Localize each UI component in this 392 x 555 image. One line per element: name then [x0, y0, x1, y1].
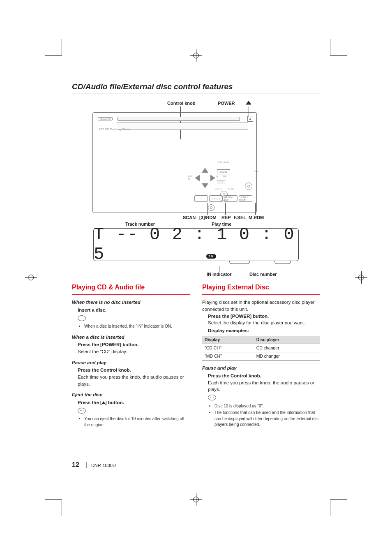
callout-power: POWER: [218, 101, 235, 106]
right-column: Playing External Disc Playing discs set …: [202, 282, 320, 429]
callout-in-indicator: IN indicator: [207, 272, 232, 277]
label-ptyd: PTYD.: [188, 175, 193, 180]
registration-mark: [25, 271, 37, 284]
intro-text: Playing discs set in the optional access…: [202, 299, 320, 312]
device-diagram: Control knob POWER KENWOOD ▲ SAT HD Radi…: [72, 101, 320, 278]
note-item: You can eject the disc for 10 minutes af…: [84, 416, 190, 428]
instr-press-power-ext: Press the [POWER] button.: [208, 313, 320, 320]
cropmark: [45, 499, 62, 500]
note-item: When a disc is inserted, the "IN" indica…: [84, 324, 190, 330]
disc-slot: [118, 117, 240, 121]
heading-playing-external: Playing External Disc: [202, 282, 320, 292]
body-select-cd: Select the "CD" display.: [78, 348, 190, 355]
label-off: OFF: [222, 175, 226, 178]
lcd-display: T -- 0 2 : 1 0 : 0 5 IN: [93, 228, 299, 261]
callout-scan: SCAN: [183, 215, 196, 220]
body-select-display: Select the display for the disc player y…: [208, 319, 320, 326]
body-columns: Playing CD & Audio file When there is no…: [72, 282, 320, 429]
body-pause-play-ext: Each time you press the knob, the audio …: [208, 379, 320, 393]
display-examples-table: Display Disc player "CD CH" CD changer "…: [202, 336, 320, 361]
model-number: DNR-1000U: [91, 463, 116, 468]
label-menu: MENU: [228, 187, 234, 190]
instr-insert-disc: Insert a disc.: [78, 307, 190, 314]
heading-rule: [202, 294, 320, 295]
lcd-notch: [229, 261, 250, 264]
callout-rep: REP: [221, 215, 231, 220]
eject-button: ▲: [247, 116, 253, 122]
power-button: POWER: [217, 169, 230, 174]
note-icon: [78, 315, 86, 321]
table-row: "CD CH" CD changer: [202, 344, 320, 352]
note-icon: [78, 408, 86, 414]
eject-icon: [102, 401, 105, 404]
note-item: Disc 10 is displayed as "0".: [214, 403, 320, 409]
eject-icon: [246, 101, 251, 104]
preset-btn-1: 1: [194, 195, 208, 202]
page-footer: 12 DNR-1000U: [72, 461, 116, 469]
eject-icon-bar: [246, 104, 251, 105]
callout-mrdm: M.RDM: [249, 215, 264, 220]
cropmark: [330, 56, 347, 56]
callout-fsel: F.SEL: [234, 215, 246, 220]
sub-pause-play-ext: Pause and play: [202, 365, 320, 372]
table-header-display: Display: [202, 336, 254, 344]
preset-button-row: 1 2 DISC 2 3 RDM 4 REP 5 F.SEL 6 M.RDM: [194, 195, 252, 202]
leader: [262, 266, 262, 272]
left-column: Playing CD & Audio file When there is no…: [72, 282, 190, 429]
leader: [188, 207, 188, 215]
sub-pause-play: Pause and play: [72, 359, 190, 366]
lcd-display-area: Track number Play time T -- 0 2 : 1 0 : …: [72, 228, 320, 261]
leader: [225, 203, 226, 215]
footer-separator: [86, 462, 87, 468]
sub-no-disc: When there is no disc inserted: [72, 299, 190, 306]
instr-press-knob-ext: Press the Control knob.: [208, 372, 320, 379]
label-q: Q: [216, 175, 218, 178]
instr-press-power: Press the [POWER] button.: [78, 341, 190, 348]
label-vol: VOL: [254, 170, 259, 173]
cropmark: [330, 500, 330, 516]
table-row: "MD CH" MD changer: [202, 352, 320, 360]
notes-list: When a disc is inserted, the "IN" indica…: [84, 324, 190, 330]
callout-disc-number: Disc number: [249, 272, 277, 277]
sub-eject: Eject the disc: [72, 391, 190, 398]
table-cell: CD changer: [254, 344, 320, 352]
panel-lower: SCRL ROM POWER OFF ATT AUTO MENU SRC VOL…: [93, 137, 256, 213]
label-display-examples: Display examples:: [208, 327, 320, 334]
cropmark: [45, 56, 62, 56]
device-lcd-small: [117, 123, 248, 130]
preset-btn-2: 2 DISC 2: [209, 195, 223, 202]
table-cell: "CD CH": [202, 344, 254, 352]
lcd-text: T -- 0 2 : 1 0 : 0 5: [94, 225, 298, 264]
in-indicator-badge: IN: [206, 254, 216, 259]
label-scrl-rom: SCRL ROM: [217, 161, 229, 164]
page-title: CD/Audio file/External disc control feat…: [72, 82, 320, 93]
note-item: The functions that can be used and the i…: [214, 410, 320, 428]
device-sublabel: SAT HD Radio mp3/wma: [99, 128, 131, 131]
leader: [208, 203, 208, 215]
note-icon: [208, 395, 216, 400]
instr-press-knob: Press the Control knob.: [78, 367, 190, 374]
registration-mark: [190, 493, 202, 506]
page-number: 12: [72, 461, 79, 468]
heading-rule: [72, 294, 190, 295]
cropmark: [330, 499, 347, 500]
page: CD/Audio file/External disc control feat…: [0, 0, 392, 555]
preset-btn-3: 3 RDM 4 REP: [224, 195, 238, 202]
heading-playing-cd: Playing CD & Audio file: [72, 282, 190, 292]
control-knob: [195, 168, 215, 188]
notes-list: You can eject the disc for 10 minutes af…: [84, 416, 190, 428]
label-att: ATT: [217, 180, 225, 183]
notes-list: Disc 10 is displayed as "0". The functio…: [214, 403, 320, 428]
device-body: KENWOOD ▲ SAT HD Radio mp3/wma SCRL ROM …: [92, 112, 257, 213]
cropmark: [62, 500, 62, 516]
vol-dial: [245, 183, 252, 190]
lcd-notch: [274, 261, 291, 264]
leader: [219, 266, 219, 272]
table-cell: "MD CH": [202, 352, 254, 360]
body-pause-play: Each time you press the knob, the audio …: [78, 374, 190, 387]
registration-mark: [190, 49, 202, 62]
content-area: CD/Audio file/External disc control feat…: [72, 82, 320, 473]
registration-mark: [355, 271, 367, 284]
sub-disc-inserted: When a disc is inserted: [72, 334, 190, 341]
preset-btn-4: 5 F.SEL 6 M.RDM: [239, 195, 252, 202]
